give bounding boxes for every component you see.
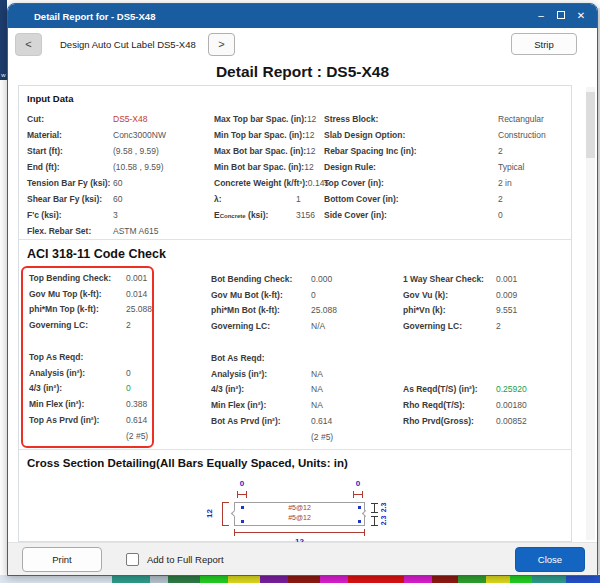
row-label: Gov Mu Top (k-ft): (29, 289, 126, 299)
detail-report-dialog: Detail Report for - DS5-X48 – ✕ < Design… (7, 3, 598, 576)
row-label: phi*Vn (k): (403, 305, 496, 315)
row-label: Min Flex (in²): (29, 399, 126, 409)
row-value: NA (311, 384, 323, 394)
row-label: Start (ft): (27, 146, 113, 156)
row-label: Bottom Cover (in): (324, 194, 498, 204)
color-strip-segment (404, 575, 432, 583)
row-label: Governing LC: (403, 321, 496, 331)
data-row: Governing LC: 2 (403, 318, 527, 334)
row-label: 4/3 (in²): (29, 383, 126, 393)
data-row: (2 #5) (29, 428, 152, 444)
row-label: Concrete Weight (k/ft³): (214, 178, 308, 188)
screen: w Detail Report for - DS5-X48 – ✕ < Desi… (0, 0, 600, 583)
cross-section-section: Cross Section Detailing(All Bars Equally… (19, 449, 571, 552)
row-label: Side Cover (in): (324, 210, 498, 220)
row-value: 0.009 (496, 290, 517, 300)
cover-dim-label-bottom: 2.3 (380, 516, 387, 526)
data-row: 1 Way Shear Check: 0.001 (403, 271, 527, 287)
dialog-titlebar[interactable]: Detail Report for - DS5-X48 – ✕ (8, 4, 597, 28)
data-row: Gov Mu Top (k-ft): 0.014 (29, 286, 152, 302)
aci-column-3: 1 Way Shear Check: 0.001 Gov Vu (k): 0.0… (403, 271, 527, 445)
row-value: 2 (126, 320, 131, 330)
print-button[interactable]: Print (22, 547, 102, 572)
row-value: 0 (126, 368, 131, 378)
input-data-column-3: Stress Block: Rectangular Slab Design Op… (324, 111, 546, 223)
data-row: phi*Mn Bot (k-ft): 25.088 (211, 303, 337, 319)
data-row: Analysis (in²): 0 (29, 365, 152, 381)
dialog-footer: Print Add to Full Report Close (8, 542, 597, 575)
data-row: EConcrete (ksi): 3156 (214, 207, 329, 223)
cross-section-heading: Cross Section Detailing(All Bars Equally… (27, 457, 563, 478)
row-label: End (ft): (27, 162, 113, 172)
row-label: Min Flex (in²): (211, 400, 311, 410)
row-label: As Reqd(T/S) (in²): (403, 384, 496, 394)
dim-bracket-icon (353, 491, 363, 498)
row-value: 2 in (498, 178, 512, 188)
data-row (403, 350, 527, 366)
strip-button[interactable]: Strip (511, 33, 577, 55)
data-row: Side Cover (in): 0 (324, 207, 546, 223)
row-value: 25.088 (311, 305, 337, 315)
data-row (29, 333, 152, 349)
row-value: Rectangular (498, 114, 544, 124)
color-strip-segment (0, 575, 112, 583)
data-row (211, 334, 337, 350)
row-value: 0 (498, 210, 503, 220)
row-label: Governing LC: (29, 320, 126, 330)
row-value: 12 (307, 114, 316, 124)
row-value: Typical (498, 162, 524, 172)
row-label: Gov Vu (k): (403, 290, 496, 300)
row-value: 9.551 (496, 305, 517, 315)
row-value: (9.58 , 9.59) (113, 146, 159, 156)
prev-cut-button[interactable]: < (15, 33, 42, 56)
cover-dim-tick-icon (371, 516, 378, 526)
row-value: 0.001 (496, 274, 517, 284)
row-value: (2 #5) (311, 432, 333, 442)
row-value: 2 (496, 321, 501, 331)
cover-dim-label-top: 2.3 (380, 503, 387, 513)
row-label: Flex. Rebar Set: (27, 226, 113, 236)
data-row: (2 #5) (211, 429, 337, 445)
color-strip-segment (260, 575, 288, 583)
row-value: ASTM A615 (113, 226, 158, 236)
row-label: Top As Prvd (in²): (29, 415, 126, 425)
window-controls: – ✕ (535, 10, 597, 22)
row-label: Max Bot bar Spac. (in): (214, 146, 306, 156)
data-row: Shear Bar Fy (ksi): 60 (27, 191, 166, 207)
row-label: Cut: (27, 114, 113, 124)
color-strip-segment (348, 575, 404, 583)
data-row: F'c (ksi): 3 (27, 207, 166, 223)
color-strip-segment (150, 575, 168, 583)
cut-nav-label: Design Auto Cut Label DS5-X48 (60, 39, 208, 50)
row-label: Slab Design Option: (324, 130, 498, 140)
color-strip-segment (510, 575, 532, 583)
background-app-edge: w (0, 0, 7, 80)
report-scrollbar[interactable] (586, 87, 595, 540)
scrollbar-thumb[interactable] (586, 92, 595, 158)
add-to-full-report-checkbox[interactable] (126, 553, 139, 566)
color-strip-segment (566, 575, 600, 583)
data-row: Rho Reqd(T/S): 0.00180 (403, 397, 527, 413)
row-label: Analysis (in²): (29, 368, 126, 378)
row-label: Top Cover (in): (324, 178, 498, 188)
minimize-icon[interactable]: – (535, 10, 547, 22)
data-row: Start (ft): (9.58 , 9.59) (27, 143, 166, 159)
row-value: NA (311, 400, 323, 410)
data-row: Max Bot bar Spac. (in): 12 (214, 143, 329, 159)
edge-dim-label-left: 0 (235, 479, 249, 488)
close-button[interactable]: Close (515, 547, 585, 572)
row-value: 60 (113, 194, 122, 204)
cover-dim-tick-icon (371, 503, 378, 513)
next-cut-button[interactable]: > (208, 33, 235, 56)
data-row: Gov Vu (k): 0.009 (403, 287, 527, 303)
data-row: Stress Block: Rectangular (324, 111, 546, 127)
row-value: 0.014 (126, 289, 147, 299)
close-icon[interactable]: ✕ (575, 10, 587, 22)
chevron-left-icon: < (25, 38, 31, 50)
row-label: Stress Block: (324, 114, 498, 124)
row-value: 1 (296, 194, 301, 204)
data-row: Rebar Spacing Inc (in): 2 (324, 143, 546, 159)
row-value: 2 (498, 194, 503, 204)
maximize-icon[interactable] (555, 10, 567, 22)
aci-heading: ACI 318-11 Code Check (27, 247, 563, 267)
